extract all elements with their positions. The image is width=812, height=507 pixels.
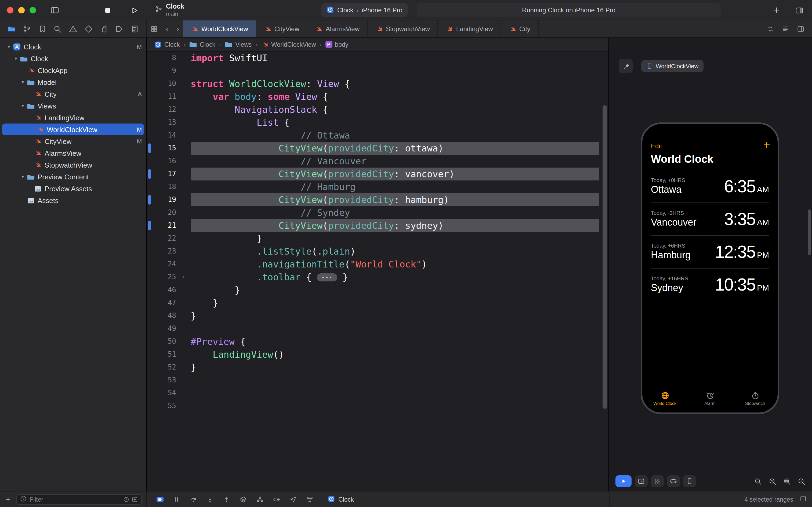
zoom-window-button[interactable] <box>30 7 36 13</box>
add-file-button[interactable]: + <box>3 495 13 504</box>
sidebar-item-clock[interactable]: ▾Clock <box>0 53 146 64</box>
code-line[interactable]: 54 <box>147 387 608 400</box>
code-line[interactable]: 53 <box>147 374 608 387</box>
line-number[interactable]: 48 <box>147 309 176 322</box>
sidebar-item-views[interactable]: ▾Views <box>0 100 146 112</box>
line-number[interactable]: 16 <box>147 155 176 168</box>
zoom-actual-button[interactable] <box>766 475 779 487</box>
code-line[interactable]: 19 CityView(providedCity: hamburg) <box>147 193 608 206</box>
bookmarks-icon[interactable] <box>36 23 48 35</box>
tests-icon[interactable] <box>83 23 95 35</box>
breakpoints-toggle-icon[interactable] <box>155 495 165 504</box>
world-clock-row[interactable]: Today, +16HRSSydney10:35PM <box>651 269 769 301</box>
filter-field[interactable] <box>16 494 142 505</box>
simulate-location-icon[interactable] <box>288 495 298 504</box>
code-line[interactable]: 17 CityView(providedCity: vancover) <box>147 168 608 180</box>
zoom-in-button[interactable] <box>795 475 808 487</box>
line-number[interactable]: 21 <box>147 219 176 232</box>
line-number[interactable]: 10 <box>147 77 176 90</box>
line-number[interactable]: 25 <box>147 271 176 284</box>
sidebar-item-clockapp[interactable]: ClockApp <box>0 64 146 76</box>
add-filter-icon[interactable] <box>131 496 138 502</box>
fold-indicator-icon[interactable]: › <box>176 271 191 284</box>
debug-view-hierarchy-icon[interactable] <box>238 495 248 504</box>
world-clock-row[interactable]: Today, +6HRSHamburg12:35PM <box>651 236 769 269</box>
code-line[interactable]: 11 var body: some View { <box>147 90 608 103</box>
code-line[interactable]: 20 // Syndey <box>147 206 608 219</box>
project-navigator-icon[interactable] <box>5 23 17 35</box>
step-out-icon[interactable] <box>222 495 231 504</box>
filter-input[interactable] <box>30 496 120 502</box>
device-settings-button[interactable] <box>667 475 680 487</box>
tab-worldclockview[interactable]: WorldClockView <box>183 20 256 37</box>
pin-preview-button[interactable] <box>619 59 633 73</box>
stop-button[interactable] <box>102 5 113 15</box>
tab-alarmsview[interactable]: AlarmsView <box>307 20 367 37</box>
breadcrumb-item[interactable]: Clock <box>189 40 215 48</box>
running-app-chip[interactable]: Clock <box>328 495 354 504</box>
source-control-status[interactable]: Clock main <box>155 3 184 17</box>
breakpoints-icon[interactable] <box>114 23 125 35</box>
breadcrumb-item[interactable]: WorldClockView <box>261 41 316 48</box>
step-over-icon[interactable] <box>188 495 198 504</box>
line-number[interactable]: 23 <box>147 245 176 258</box>
line-number[interactable]: 50 <box>147 335 176 348</box>
breadcrumb-item[interactable]: Views <box>225 40 251 48</box>
sidebar-item-model[interactable]: ▾Model <box>0 76 146 88</box>
tab-city[interactable]: City <box>501 20 538 37</box>
code-line[interactable]: 10struct WorldClockView: View { <box>147 77 608 90</box>
zoom-fit-button[interactable] <box>780 475 793 487</box>
tab-landingview[interactable]: LandingView <box>438 20 501 37</box>
disclosure-triangle-icon[interactable]: ▾ <box>19 174 26 179</box>
phone-tab-world-clock[interactable]: World Clock <box>642 391 687 406</box>
breadcrumb-item[interactable]: Pbody <box>325 41 348 48</box>
line-number[interactable]: 13 <box>147 116 176 129</box>
edit-button[interactable]: Edit <box>651 142 662 150</box>
sidebar-item-stopwatchview[interactable]: StopwatchView <box>0 159 146 171</box>
code-line[interactable]: 46 } <box>147 284 608 296</box>
canvas-scrollbar[interactable] <box>808 210 811 255</box>
scheme-selector[interactable]: Clock › iPhone 16 Pro <box>321 3 408 17</box>
code-line[interactable]: 8import SwiftUI <box>147 52 608 64</box>
line-number[interactable]: 19 <box>147 193 176 206</box>
world-clock-row[interactable]: Today, +0HRSOttawa6:35AM <box>651 170 769 203</box>
sidebar-item-preview-content[interactable]: ▾Preview Content <box>0 171 146 183</box>
code-line[interactable]: 24 .navigationTitle("World Clock") <box>147 258 608 271</box>
code-fold-pill[interactable]: ••• <box>317 273 337 281</box>
code-line[interactable]: 50#Preview { <box>147 335 608 348</box>
tab-cityview[interactable]: CityView <box>256 20 307 37</box>
preview-target-chip[interactable]: WorldClockView <box>641 60 703 72</box>
line-number[interactable]: 9 <box>147 64 176 77</box>
pause-icon[interactable] <box>172 495 181 504</box>
issues-icon[interactable] <box>67 23 79 35</box>
sidebar-item-alarmsview[interactable]: AlarmsView <box>0 147 146 159</box>
code-line[interactable]: 12 NavigationStack { <box>147 103 608 116</box>
stack-frames-icon[interactable] <box>305 495 315 504</box>
environment-overrides-icon[interactable] <box>272 495 281 504</box>
line-number[interactable]: 15 <box>147 142 176 155</box>
scheme-device-label[interactable]: iPhone 16 Pro <box>362 6 403 14</box>
add-editor-icon[interactable] <box>797 25 805 33</box>
code-line[interactable]: 52} <box>147 361 608 374</box>
line-number[interactable]: 24 <box>147 258 176 271</box>
code-line[interactable]: 15 CityView(providedCity: ottawa) <box>147 142 608 155</box>
zoom-out-button[interactable] <box>751 475 764 487</box>
debug-memory-graph-icon[interactable] <box>255 495 265 504</box>
line-number[interactable]: 51 <box>147 348 176 361</box>
code-line[interactable]: 16 // Vancouver <box>147 155 608 168</box>
code-line[interactable]: 18 // Hamburg <box>147 180 608 193</box>
editor-layout-icon[interactable] <box>794 5 805 15</box>
code-line[interactable]: 25› .toolbar { ••• } <box>147 271 608 284</box>
run-button[interactable] <box>129 5 139 15</box>
live-preview-button[interactable] <box>616 475 632 487</box>
code-line[interactable]: 21 CityView(providedCity: sydney) <box>147 219 608 232</box>
device-preview-button[interactable] <box>635 475 648 487</box>
code-line[interactable]: 48} <box>147 309 608 322</box>
add-item-icon[interactable] <box>771 5 782 15</box>
step-into-icon[interactable] <box>205 495 215 504</box>
line-number[interactable]: 20 <box>147 206 176 219</box>
orientation-button[interactable] <box>683 475 696 487</box>
line-number[interactable]: 46 <box>147 284 176 296</box>
related-items-icon[interactable] <box>147 20 162 37</box>
world-clock-row[interactable]: Today, -3HRSVancouver3:35AM <box>651 203 769 236</box>
